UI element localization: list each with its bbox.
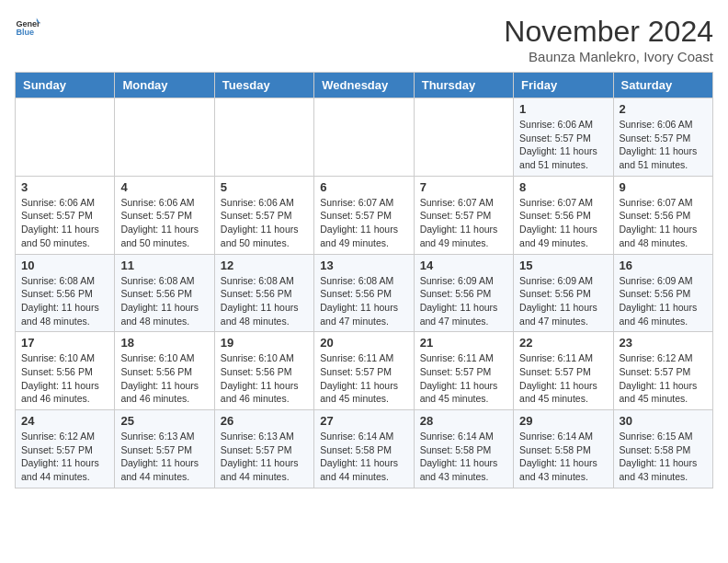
day-info: Sunrise: 6:08 AM Sunset: 5:56 PM Dayligh… bbox=[320, 274, 407, 328]
calendar-cell: 9Sunrise: 6:07 AM Sunset: 5:56 PM Daylig… bbox=[613, 176, 712, 254]
calendar-cell: 28Sunrise: 6:14 AM Sunset: 5:58 PM Dayli… bbox=[414, 410, 513, 488]
location-title: Baunza Manlekro, Ivory Coast bbox=[504, 49, 713, 64]
day-number: 15 bbox=[519, 259, 607, 272]
title-block: November 2024 Baunza Manlekro, Ivory Coa… bbox=[504, 15, 713, 64]
col-header-tuesday: Tuesday bbox=[214, 73, 313, 98]
logo: General Blue bbox=[15, 15, 40, 40]
calendar-cell: 8Sunrise: 6:07 AM Sunset: 5:56 PM Daylig… bbox=[514, 176, 613, 254]
calendar-cell: 27Sunrise: 6:14 AM Sunset: 5:58 PM Dayli… bbox=[314, 410, 414, 488]
calendar-cell bbox=[314, 98, 414, 177]
calendar-cell: 20Sunrise: 6:11 AM Sunset: 5:57 PM Dayli… bbox=[314, 332, 414, 410]
day-info: Sunrise: 6:06 AM Sunset: 5:57 PM Dayligh… bbox=[21, 196, 108, 250]
day-number: 25 bbox=[120, 414, 208, 428]
day-info: Sunrise: 6:10 AM Sunset: 5:56 PM Dayligh… bbox=[21, 351, 108, 406]
col-header-wednesday: Wednesday bbox=[314, 73, 414, 98]
day-number: 19 bbox=[221, 336, 308, 350]
calendar-cell bbox=[414, 98, 513, 177]
calendar-cell: 30Sunrise: 6:15 AM Sunset: 5:58 PM Dayli… bbox=[613, 410, 712, 488]
calendar-cell: 14Sunrise: 6:09 AM Sunset: 5:56 PM Dayli… bbox=[414, 254, 513, 332]
day-number: 18 bbox=[120, 336, 208, 350]
day-info: Sunrise: 6:06 AM Sunset: 5:57 PM Dayligh… bbox=[519, 118, 607, 172]
day-info: Sunrise: 6:08 AM Sunset: 5:56 PM Dayligh… bbox=[221, 274, 308, 328]
svg-text:Blue: Blue bbox=[16, 28, 34, 37]
calendar-cell bbox=[16, 98, 115, 177]
day-info: Sunrise: 6:07 AM Sunset: 5:57 PM Dayligh… bbox=[420, 196, 507, 250]
day-info: Sunrise: 6:08 AM Sunset: 5:56 PM Dayligh… bbox=[21, 274, 108, 328]
col-header-thursday: Thursday bbox=[414, 73, 513, 98]
day-number: 9 bbox=[620, 180, 707, 194]
day-info: Sunrise: 6:14 AM Sunset: 5:58 PM Dayligh… bbox=[420, 430, 507, 484]
day-number: 3 bbox=[21, 180, 108, 194]
day-info: Sunrise: 6:09 AM Sunset: 5:56 PM Dayligh… bbox=[620, 274, 707, 328]
calendar-week-1: 1Sunrise: 6:06 AM Sunset: 5:57 PM Daylig… bbox=[16, 98, 713, 177]
day-number: 20 bbox=[320, 336, 407, 350]
calendar-cell: 11Sunrise: 6:08 AM Sunset: 5:56 PM Dayli… bbox=[115, 254, 214, 332]
calendar-cell: 12Sunrise: 6:08 AM Sunset: 5:56 PM Dayli… bbox=[214, 254, 313, 332]
calendar-cell: 23Sunrise: 6:12 AM Sunset: 5:57 PM Dayli… bbox=[613, 332, 712, 410]
calendar-week-3: 10Sunrise: 6:08 AM Sunset: 5:56 PM Dayli… bbox=[16, 254, 713, 332]
day-info: Sunrise: 6:12 AM Sunset: 5:57 PM Dayligh… bbox=[21, 430, 108, 484]
day-number: 30 bbox=[620, 414, 707, 428]
day-info: Sunrise: 6:11 AM Sunset: 5:57 PM Dayligh… bbox=[519, 351, 607, 406]
calendar-week-5: 24Sunrise: 6:12 AM Sunset: 5:57 PM Dayli… bbox=[16, 410, 713, 488]
day-number: 13 bbox=[320, 259, 407, 272]
day-info: Sunrise: 6:13 AM Sunset: 5:57 PM Dayligh… bbox=[221, 430, 308, 484]
calendar-cell: 6Sunrise: 6:07 AM Sunset: 5:57 PM Daylig… bbox=[314, 176, 414, 254]
day-info: Sunrise: 6:10 AM Sunset: 5:56 PM Dayligh… bbox=[221, 351, 308, 406]
col-header-friday: Friday bbox=[514, 73, 613, 98]
day-number: 29 bbox=[519, 414, 607, 428]
day-number: 14 bbox=[420, 259, 507, 272]
calendar-cell: 18Sunrise: 6:10 AM Sunset: 5:56 PM Dayli… bbox=[115, 332, 214, 410]
day-number: 28 bbox=[420, 414, 507, 428]
day-info: Sunrise: 6:07 AM Sunset: 5:57 PM Dayligh… bbox=[320, 196, 407, 250]
page-header: General Blue November 2024 Baunza Manlek… bbox=[15, 15, 713, 64]
day-info: Sunrise: 6:09 AM Sunset: 5:56 PM Dayligh… bbox=[519, 274, 607, 328]
calendar-cell: 22Sunrise: 6:11 AM Sunset: 5:57 PM Dayli… bbox=[514, 332, 613, 410]
day-info: Sunrise: 6:06 AM Sunset: 5:57 PM Dayligh… bbox=[620, 118, 707, 172]
day-info: Sunrise: 6:15 AM Sunset: 5:58 PM Dayligh… bbox=[620, 430, 707, 484]
day-number: 7 bbox=[420, 180, 507, 194]
day-number: 5 bbox=[221, 180, 308, 194]
calendar-week-4: 17Sunrise: 6:10 AM Sunset: 5:56 PM Dayli… bbox=[16, 332, 713, 410]
day-number: 27 bbox=[320, 414, 407, 428]
day-info: Sunrise: 6:07 AM Sunset: 5:56 PM Dayligh… bbox=[519, 196, 607, 250]
col-header-saturday: Saturday bbox=[613, 73, 712, 98]
day-info: Sunrise: 6:14 AM Sunset: 5:58 PM Dayligh… bbox=[519, 430, 607, 484]
day-info: Sunrise: 6:13 AM Sunset: 5:57 PM Dayligh… bbox=[120, 430, 208, 484]
day-info: Sunrise: 6:12 AM Sunset: 5:57 PM Dayligh… bbox=[620, 351, 707, 406]
day-info: Sunrise: 6:06 AM Sunset: 5:57 PM Dayligh… bbox=[120, 196, 208, 250]
calendar-cell: 29Sunrise: 6:14 AM Sunset: 5:58 PM Dayli… bbox=[514, 410, 613, 488]
calendar-cell: 7Sunrise: 6:07 AM Sunset: 5:57 PM Daylig… bbox=[414, 176, 513, 254]
day-number: 22 bbox=[519, 336, 607, 350]
day-number: 21 bbox=[420, 336, 507, 350]
day-info: Sunrise: 6:14 AM Sunset: 5:58 PM Dayligh… bbox=[320, 430, 407, 484]
month-title: November 2024 bbox=[504, 15, 713, 49]
day-number: 10 bbox=[21, 259, 108, 272]
day-info: Sunrise: 6:11 AM Sunset: 5:57 PM Dayligh… bbox=[420, 351, 507, 406]
col-header-monday: Monday bbox=[115, 73, 214, 98]
calendar-table: SundayMondayTuesdayWednesdayThursdayFrid… bbox=[15, 72, 713, 488]
col-header-sunday: Sunday bbox=[16, 73, 115, 98]
logo-icon: General Blue bbox=[15, 15, 40, 40]
calendar-cell: 17Sunrise: 6:10 AM Sunset: 5:56 PM Dayli… bbox=[16, 332, 115, 410]
calendar-cell: 24Sunrise: 6:12 AM Sunset: 5:57 PM Dayli… bbox=[16, 410, 115, 488]
day-number: 26 bbox=[221, 414, 308, 428]
day-number: 12 bbox=[221, 259, 308, 272]
calendar-cell: 10Sunrise: 6:08 AM Sunset: 5:56 PM Dayli… bbox=[16, 254, 115, 332]
calendar-cell bbox=[115, 98, 214, 177]
day-number: 16 bbox=[620, 259, 707, 272]
day-number: 8 bbox=[519, 180, 607, 194]
calendar-cell: 26Sunrise: 6:13 AM Sunset: 5:57 PM Dayli… bbox=[214, 410, 313, 488]
calendar-cell: 1Sunrise: 6:06 AM Sunset: 5:57 PM Daylig… bbox=[514, 98, 613, 177]
day-info: Sunrise: 6:07 AM Sunset: 5:56 PM Dayligh… bbox=[620, 196, 707, 250]
day-number: 17 bbox=[21, 336, 108, 350]
day-info: Sunrise: 6:11 AM Sunset: 5:57 PM Dayligh… bbox=[320, 351, 407, 406]
calendar-cell: 21Sunrise: 6:11 AM Sunset: 5:57 PM Dayli… bbox=[414, 332, 513, 410]
day-number: 6 bbox=[320, 180, 407, 194]
calendar-cell: 4Sunrise: 6:06 AM Sunset: 5:57 PM Daylig… bbox=[115, 176, 214, 254]
calendar-cell: 15Sunrise: 6:09 AM Sunset: 5:56 PM Dayli… bbox=[514, 254, 613, 332]
day-number: 11 bbox=[120, 259, 208, 272]
calendar-cell: 3Sunrise: 6:06 AM Sunset: 5:57 PM Daylig… bbox=[16, 176, 115, 254]
day-info: Sunrise: 6:08 AM Sunset: 5:56 PM Dayligh… bbox=[120, 274, 208, 328]
calendar-cell: 19Sunrise: 6:10 AM Sunset: 5:56 PM Dayli… bbox=[214, 332, 313, 410]
